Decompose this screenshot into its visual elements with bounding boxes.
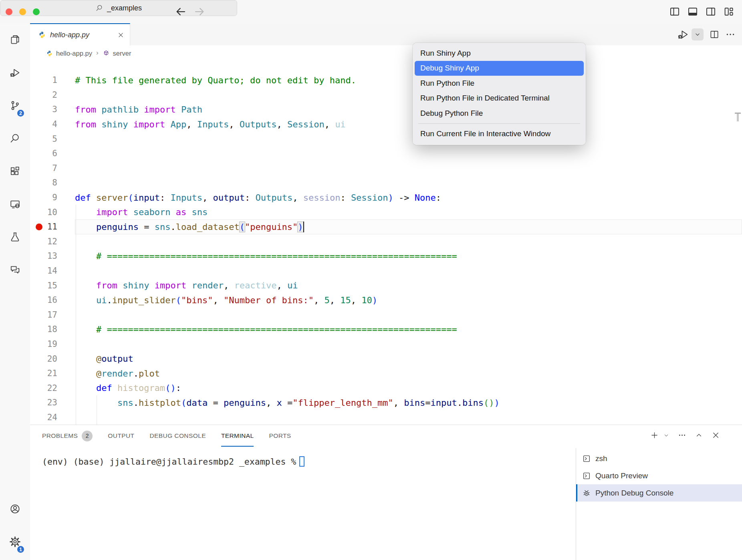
layout-sidebar-left-icon xyxy=(669,6,681,18)
code-line: 3from pathlib import Path xyxy=(30,102,742,117)
activity-bar-item-search[interactable] xyxy=(0,122,30,155)
line-number[interactable]: 9 xyxy=(30,193,75,202)
toggle-panel-button[interactable] xyxy=(687,6,699,18)
line-number[interactable]: 14 xyxy=(30,266,75,276)
code-line-content[interactable]: # This file generated by Quarto; do not … xyxy=(75,73,742,88)
activity-bar-item-accounts[interactable] xyxy=(0,492,30,525)
code-line-content[interactable]: # ======================================… xyxy=(75,322,742,337)
terminal-profile-dropdown[interactable] xyxy=(663,432,669,439)
activity-bar-item-explorer[interactable] xyxy=(0,23,30,56)
code-line-content[interactable] xyxy=(75,264,742,278)
line-number[interactable]: 4 xyxy=(30,119,75,129)
line-number[interactable]: 1 xyxy=(30,75,75,85)
panel-tab-ports[interactable]: PORTS xyxy=(269,425,291,447)
panel-tab-problems[interactable]: PROBLEMS2 xyxy=(42,425,93,447)
navigate-back-button[interactable] xyxy=(175,6,187,18)
line-number[interactable]: 17 xyxy=(30,310,75,320)
customize-layout-button[interactable] xyxy=(723,6,735,18)
code-line-content[interactable]: def server(input: Inputs, output: Output… xyxy=(75,190,742,205)
line-number[interactable]: 23 xyxy=(30,398,75,407)
code-editor[interactable]: 1# This file generated by Quarto; do not… xyxy=(30,61,742,425)
line-number[interactable]: 10 xyxy=(30,207,75,217)
code-line-content[interactable]: def histogram(): xyxy=(75,381,742,395)
terminal-list-label: zsh xyxy=(595,454,607,463)
activity-bar-item-remote-explorer[interactable] xyxy=(0,187,30,220)
menu-item-run-current-file-in-interactive-window[interactable]: Run Current File in Interactive Window xyxy=(415,126,584,141)
new-terminal-button[interactable] xyxy=(650,431,659,439)
line-number[interactable]: 21 xyxy=(30,369,75,378)
code-line-content[interactable]: from pathlib import Path xyxy=(75,102,742,117)
code-line-content[interactable] xyxy=(75,337,742,352)
line-number[interactable]: 8 xyxy=(30,178,75,187)
code-line-content[interactable]: from shiny import render, reactive, ui xyxy=(75,278,742,293)
close-icon[interactable] xyxy=(117,32,124,38)
code-line-content[interactable] xyxy=(75,234,742,249)
more-actions-button[interactable] xyxy=(725,29,736,40)
code-line-content[interactable] xyxy=(75,161,742,176)
line-number[interactable]: 22 xyxy=(30,383,75,393)
toggle-secondary-sidebar-button[interactable] xyxy=(705,6,717,18)
terminal-content[interactable]: (env) (base) jjallaire@jjallairesmbp2 _e… xyxy=(42,456,304,467)
panel-tab-debug-console[interactable]: DEBUG CONSOLE xyxy=(149,425,206,447)
panel-more-actions-button[interactable] xyxy=(678,431,686,439)
line-number[interactable]: 3 xyxy=(30,105,75,114)
breadcrumb-symbol[interactable]: server xyxy=(113,50,131,57)
panel-tab-output[interactable]: OUTPUT xyxy=(108,425,134,447)
navigate-forward-button[interactable] xyxy=(194,6,206,18)
code-line-content[interactable] xyxy=(75,308,742,322)
terminal-list-item-quarto-preview[interactable]: Quarto Preview xyxy=(576,467,742,484)
code-line-content[interactable]: penguins = sns.load_dataset("penguins") xyxy=(75,220,742,234)
menu-item-run-python-file[interactable]: Run Python File xyxy=(415,76,584,91)
line-number[interactable]: 5 xyxy=(30,134,75,144)
panel-tab-terminal[interactable]: TERMINAL xyxy=(221,425,254,447)
line-number[interactable]: 19 xyxy=(30,339,75,349)
code-line-content[interactable] xyxy=(75,410,742,425)
window-minimize-button[interactable] xyxy=(19,8,26,15)
tab-hello-app[interactable]: hello-app.py xyxy=(30,23,130,46)
menu-item-run-python-file-in-dedicated-terminal[interactable]: Run Python File in Dedicated Terminal xyxy=(415,91,584,106)
terminal-list-item-zsh[interactable]: zsh xyxy=(576,450,742,467)
terminal-list-item-python-debug-console[interactable]: Python Debug Console xyxy=(576,484,742,502)
line-number[interactable]: 24 xyxy=(30,413,75,422)
line-number[interactable]: 13 xyxy=(30,251,75,261)
activity-bar-item-run-and-debug[interactable] xyxy=(0,56,30,89)
window-close-button[interactable] xyxy=(6,8,12,15)
breakpoint[interactable] xyxy=(36,224,42,230)
split-editor-button[interactable] xyxy=(709,29,720,40)
code-line-content[interactable]: from shiny import App, Inputs, Outputs, … xyxy=(75,117,742,132)
toggle-primary-sidebar-button[interactable] xyxy=(669,6,681,18)
activity-bar-item-extensions[interactable] xyxy=(0,155,30,187)
line-number[interactable]: 6 xyxy=(30,149,75,158)
line-number[interactable]: 2 xyxy=(30,90,75,100)
menu-item-run-shiny-app[interactable]: Run Shiny App xyxy=(415,46,584,61)
breadcrumb-file[interactable]: hello-app.py xyxy=(56,50,92,57)
run-options-dropdown[interactable] xyxy=(692,28,704,40)
code-line-content[interactable] xyxy=(75,175,742,190)
code-line-content[interactable]: import seaborn as sns xyxy=(75,205,742,220)
activity-bar-item-settings[interactable]: 1 xyxy=(0,525,30,558)
code-line-content[interactable]: @output xyxy=(75,351,742,366)
line-number[interactable]: 7 xyxy=(30,163,75,173)
close-panel-button[interactable] xyxy=(712,431,720,439)
code-line-content[interactable] xyxy=(75,146,742,161)
line-number[interactable]: 16 xyxy=(30,295,75,305)
menu-item-debug-shiny-app[interactable]: Debug Shiny App xyxy=(415,61,584,76)
line-number[interactable]: 12 xyxy=(30,237,75,246)
debug-python-file-button[interactable] xyxy=(677,28,689,40)
maximize-panel-button[interactable] xyxy=(695,431,703,439)
code-line-content[interactable]: sns.histplot(data = penguins, x ="flippe… xyxy=(75,395,742,410)
line-number[interactable]: 18 xyxy=(30,324,75,334)
window-maximize-button[interactable] xyxy=(33,8,40,15)
code-line-content[interactable]: @render.plot xyxy=(75,366,742,381)
activity-bar-item-source-control[interactable]: 2 xyxy=(0,89,30,122)
code-line-content[interactable] xyxy=(75,88,742,103)
code-line-content[interactable] xyxy=(75,131,742,146)
tab-label: hello-app.py xyxy=(50,31,113,39)
line-number[interactable]: 20 xyxy=(30,354,75,364)
menu-item-debug-python-file[interactable]: Debug Python File xyxy=(415,106,584,121)
activity-bar-item-testing[interactable] xyxy=(0,220,30,253)
code-line-content[interactable]: # ======================================… xyxy=(75,249,742,264)
code-line-content[interactable]: ui.input_slider("bins", "Number of bins:… xyxy=(75,293,742,308)
activity-bar-item-comments[interactable] xyxy=(0,253,30,286)
line-number[interactable]: 15 xyxy=(30,281,75,290)
